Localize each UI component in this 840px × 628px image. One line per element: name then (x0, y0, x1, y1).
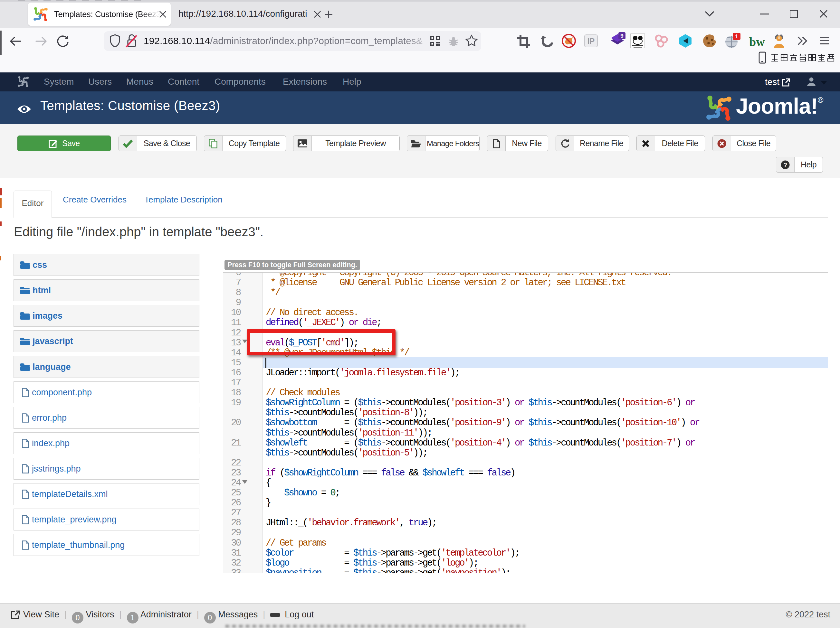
svg-text:1: 1 (735, 33, 738, 39)
svg-text:9: 9 (621, 33, 623, 39)
svg-text:?: ? (783, 162, 787, 168)
svg-text:IP: IP (587, 37, 595, 46)
